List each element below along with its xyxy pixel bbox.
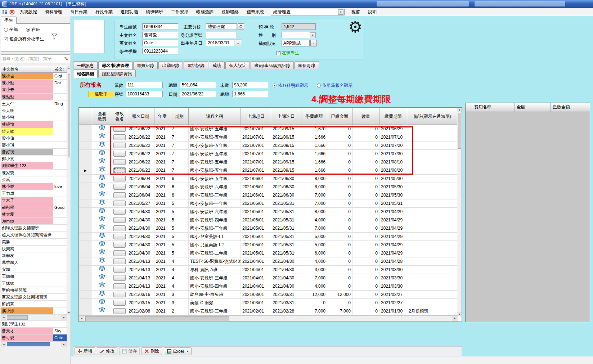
menu-item[interactable]: 信喬系統 [243,8,268,16]
gender-select[interactable]: ▼ [282,32,316,38]
branch-c-button[interactable]: C [238,23,244,30]
note-cell[interactable] [407,249,458,257]
subtab-item[interactable]: 鐘點型排課資訊 [98,69,136,77]
column-header[interactable]: 查看繳費 [92,108,112,125]
student-row[interactable]: 安加 [1,266,67,273]
student-name-cell[interactable]: 林小愛 [1,183,53,190]
registration-date-cell[interactable]: 2021/06/22 [127,125,154,133]
student-list-bottom-scrollbar[interactable]: ◄ ► [1,342,67,347]
filter-funnel-icon[interactable] [51,33,58,41]
tuition-total-cell[interactable]: 8,000 [301,208,327,216]
term-cell[interactable]: 4 [170,274,189,282]
student-photo[interactable] [74,20,104,53]
term-cell[interactable]: 4 [170,282,189,291]
student-row[interactable]: 聖約翰補習班 [1,287,67,294]
scroll-right-arrow-icon[interactable]: ► [452,316,458,322]
tuition-total-cell[interactable]: 7,000 [301,199,327,208]
tuition-total-cell[interactable]: 5,000 [301,241,327,249]
payment-due-cell[interactable]: 2021/04/29 [379,233,407,241]
note-cell[interactable] [407,282,458,291]
quantity-cell[interactable]: 0 [352,257,379,266]
excel-export-button[interactable]: Excel ▼ [164,347,192,355]
student-name-cell[interactable]: 廖小琪 [1,142,53,149]
tab-item[interactable]: 電訪記錄 [184,61,208,69]
class-end-cell[interactable]: 2021/03/31 [271,291,301,299]
course-name-cell[interactable]: 國小-安親班-五年級 [189,150,241,158]
term-cell[interactable]: 3 [170,291,189,299]
view-payment-icon[interactable] [99,199,105,207]
course-name-cell[interactable]: 國小-安親班-六年級 [189,183,241,191]
class-start-cell[interactable]: 2021/05/01 [241,249,271,257]
class-end-cell[interactable]: 2021/05/31 [271,216,301,224]
student-english-cell[interactable]: Cute [53,334,67,341]
class-end-cell[interactable]: 2021/09/15 [271,133,301,141]
course-name-cell[interactable]: 國小-安親班-五年級 [189,175,241,183]
class-end-cell[interactable]: 2021/09/15 [271,125,301,133]
student-english-cell[interactable] [53,128,67,135]
menu-item-window[interactable]: 視窗 [347,8,364,16]
student-name-cell[interactable]: 梁小偉 [1,135,53,142]
paid-amount-cell[interactable]: 0 [327,141,352,150]
class-start-cell[interactable]: 2021/07/01 [241,133,271,141]
note-cell[interactable]: 2月份續班 [407,307,458,315]
student-english-cell[interactable] [53,190,67,197]
class-start-cell[interactable]: 2021/05/01 [241,208,271,216]
quantity-cell[interactable]: 0 [352,141,379,150]
student-name-cell[interactable]: 郝彤學 [1,204,53,211]
course-name-cell[interactable]: 國小-安親班-三年級 [189,191,241,199]
scrollbar-thumb[interactable] [458,113,461,149]
tuition-total-cell[interactable]: 8,000 [301,175,327,183]
student-name-cell[interactable]: 曾天才 [1,328,53,334]
registration-date-cell[interactable]: 2021/04/30 [127,233,154,241]
course-name-cell[interactable]: 國小-安親班-三年級 [189,274,241,282]
class-start-cell[interactable]: 2021/05/01 [241,233,271,241]
power-button-icon[interactable] [9,9,15,15]
tuition-total-cell[interactable]: 1,666 [301,141,327,150]
note-cell[interactable] [407,125,458,133]
tab-item[interactable]: 一般訊息 [73,61,98,69]
registration-date-cell[interactable]: 2021/06/22 [127,158,154,166]
course-name-cell[interactable]: 國小-安親班-五年級 [189,133,241,141]
student-row[interactable]: 張禹 [1,176,67,183]
year-cell[interactable]: 2021 [154,150,170,158]
student-english-cell[interactable] [53,149,67,156]
payment-due-cell[interactable]: 2021/04/29 [379,241,407,249]
view-payment-icon[interactable] [99,291,105,298]
tuition-total-cell[interactable]: 7,000 [301,274,327,282]
quantity-cell[interactable]: 0 [352,150,379,158]
registration-date-cell[interactable]: 2021/04/30 [127,249,154,257]
quantity-cell[interactable]: 0 [352,274,379,282]
column-header[interactable]: 修改報名 [112,108,127,125]
scroll-left-arrow-icon[interactable]: ◄ [79,316,84,322]
student-english-cell[interactable] [53,246,67,252]
quantity-cell[interactable]: 0 [352,208,379,216]
payment-due-cell[interactable]: 2021/04/29 [379,224,407,233]
student-name-cell[interactable]: 創曄文理語文補習班 [1,225,53,232]
student-name-cell[interactable]: 溪小娜 [1,307,53,314]
term-cell[interactable]: 5 [170,224,189,233]
registration-date-cell[interactable]: 2021/04/13 [127,266,154,274]
class-end-cell[interactable]: 2021/06/30 [271,191,301,199]
edit-registration-button[interactable] [113,143,126,148]
paid-amount-cell[interactable]: 0 [327,224,352,233]
student-english-cell[interactable] [53,121,67,128]
term-cell[interactable]: 6 [170,191,189,199]
year-cell[interactable]: 2021 [154,158,170,166]
student-row[interactable]: 曾好玩 [1,149,67,156]
tutoring-status-field[interactable]: APP測試 [282,40,310,46]
edit-registration-button[interactable] [113,292,126,297]
payment-due-cell[interactable]: 2021/04/28 [379,257,407,266]
class-end-cell[interactable]: 2021/09/15 [271,141,301,150]
student-row[interactable]: 快樂窩 [1,246,67,252]
view-payment-icon[interactable] [99,133,105,141]
edit-registration-button[interactable] [113,308,126,314]
paid-amount-cell[interactable]: 0 [327,133,352,141]
view-payment-icon[interactable] [99,257,105,265]
student-row[interactable]: 鮮奶茶 [1,301,67,307]
scroll-left-arrow-icon[interactable]: ◄ [1,315,6,320]
student-english-cell[interactable] [53,107,67,114]
quantity-cell[interactable]: 0 [352,158,379,166]
tab-item[interactable]: 出勤紀錄 [158,61,183,69]
edit-registration-button[interactable] [113,184,126,190]
paid-amount-cell[interactable]: 0 [327,216,352,224]
